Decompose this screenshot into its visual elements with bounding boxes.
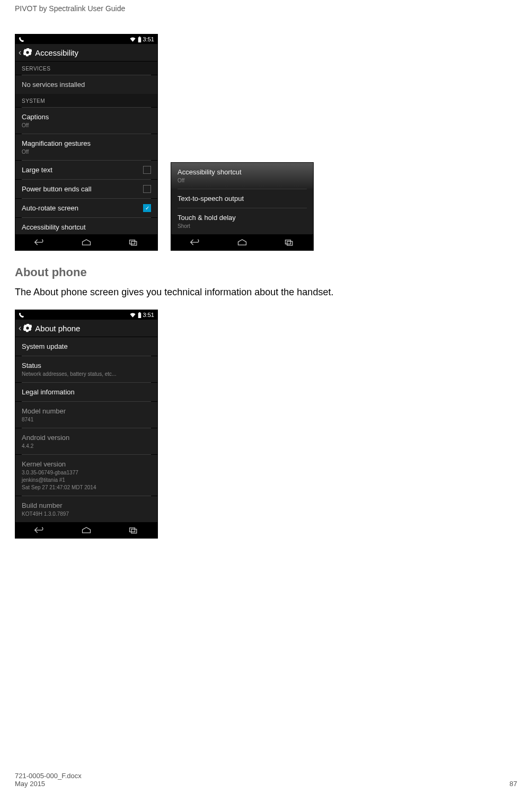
legal-item[interactable]: Legal information bbox=[15, 383, 157, 401]
battery-icon bbox=[138, 312, 141, 318]
svg-rect-7 bbox=[139, 312, 140, 313]
no-services-item: No services installed bbox=[15, 75, 157, 94]
auto-rotate-item[interactable]: Auto-rotate screen✓ bbox=[15, 199, 157, 217]
checkbox-checked-icon[interactable]: ✓ bbox=[143, 204, 151, 212]
nav-recent-icon[interactable] bbox=[128, 526, 139, 534]
build-number-item: Build numberKOT49H 1.3.0.7897 bbox=[15, 496, 157, 522]
phone-icon bbox=[19, 312, 24, 318]
wifi-icon bbox=[129, 37, 136, 42]
status-time: 3:51 bbox=[143, 36, 154, 42]
kernel-version-item: Kernel version3.0.35-06749-gbaa1377jenki… bbox=[15, 455, 157, 496]
footer-page-number: 87 bbox=[510, 780, 517, 788]
gear-icon bbox=[23, 48, 32, 57]
nav-back-icon[interactable] bbox=[190, 239, 200, 246]
svg-rect-4 bbox=[286, 240, 291, 244]
footer-doc: 721-0005-000_F.docx bbox=[15, 772, 82, 780]
tts-item[interactable]: Text-to-speech output bbox=[171, 189, 313, 208]
model-number-item: Model number8741 bbox=[15, 402, 157, 428]
wifi-icon bbox=[129, 312, 136, 318]
back-icon[interactable]: ‹ bbox=[19, 323, 21, 333]
section-system: SYSTEM bbox=[15, 94, 157, 107]
svg-rect-9 bbox=[131, 529, 137, 533]
phone-icon bbox=[19, 37, 24, 42]
power-button-item[interactable]: Power button ends call bbox=[15, 180, 157, 198]
page-footer: 721-0005-000_F.docx May 2015 87 bbox=[15, 772, 517, 788]
status-time: 3:51 bbox=[143, 312, 154, 318]
nav-bar bbox=[15, 234, 157, 250]
svg-rect-1 bbox=[139, 37, 140, 37]
svg-rect-8 bbox=[130, 528, 135, 532]
gear-icon bbox=[23, 324, 32, 332]
document-header: PIVOT by Spectralink User Guide bbox=[15, 0, 517, 34]
battery-icon bbox=[138, 37, 141, 42]
back-icon[interactable]: ‹ bbox=[19, 48, 21, 57]
nav-bar bbox=[15, 522, 157, 538]
accessibility-shortcut-item[interactable]: Accessibility shortcutOff bbox=[171, 163, 313, 189]
footer-date: May 2015 bbox=[15, 780, 82, 788]
captions-item[interactable]: CaptionsOff bbox=[15, 108, 157, 134]
svg-rect-3 bbox=[131, 241, 137, 245]
nav-recent-icon[interactable] bbox=[284, 239, 295, 246]
nav-back-icon[interactable] bbox=[34, 526, 45, 534]
screenshot-accessibility-scrolled: Accessibility shortcutOff Text-to-speech… bbox=[171, 162, 314, 251]
body-paragraph: The About phone screen gives you technic… bbox=[15, 287, 517, 298]
svg-rect-6 bbox=[138, 313, 141, 318]
touch-hold-item[interactable]: Touch & hold delayShort bbox=[171, 208, 313, 234]
nav-home-icon[interactable] bbox=[81, 239, 92, 246]
screen-title: Accessibility bbox=[35, 48, 78, 57]
status-bar: 3:51 bbox=[15, 310, 157, 320]
accessibility-shortcut-item[interactable]: Accessibility shortcut bbox=[15, 218, 157, 234]
checkbox-unchecked-icon[interactable] bbox=[143, 185, 151, 193]
title-bar[interactable]: ‹ Accessibility bbox=[15, 44, 157, 61]
checkbox-unchecked-icon[interactable] bbox=[143, 166, 151, 174]
screenshot-accessibility-main: 3:51 ‹ Accessibility SERVICES No service… bbox=[15, 34, 158, 251]
section-services: SERVICES bbox=[15, 61, 157, 75]
large-text-item[interactable]: Large text bbox=[15, 161, 157, 179]
section-heading-about-phone: About phone bbox=[15, 266, 517, 279]
svg-rect-0 bbox=[138, 37, 141, 42]
nav-home-icon[interactable] bbox=[81, 526, 92, 534]
svg-rect-2 bbox=[130, 240, 135, 244]
nav-recent-icon[interactable] bbox=[128, 239, 139, 246]
svg-rect-5 bbox=[287, 241, 292, 245]
screenshot-about-phone: 3:51 ‹ About phone System update StatusN… bbox=[15, 310, 158, 539]
screen-title: About phone bbox=[35, 324, 80, 333]
system-update-item[interactable]: System update bbox=[15, 337, 157, 356]
android-version-item: Android version4.4.2 bbox=[15, 428, 157, 454]
title-bar[interactable]: ‹ About phone bbox=[15, 320, 157, 337]
nav-home-icon[interactable] bbox=[237, 239, 247, 246]
status-bar: 3:51 bbox=[15, 34, 157, 44]
nav-back-icon[interactable] bbox=[34, 239, 45, 246]
magnification-item[interactable]: Magnification gesturesOff bbox=[15, 134, 157, 160]
nav-bar bbox=[171, 234, 313, 250]
status-item[interactable]: StatusNetwork addresses, battery status,… bbox=[15, 356, 157, 382]
